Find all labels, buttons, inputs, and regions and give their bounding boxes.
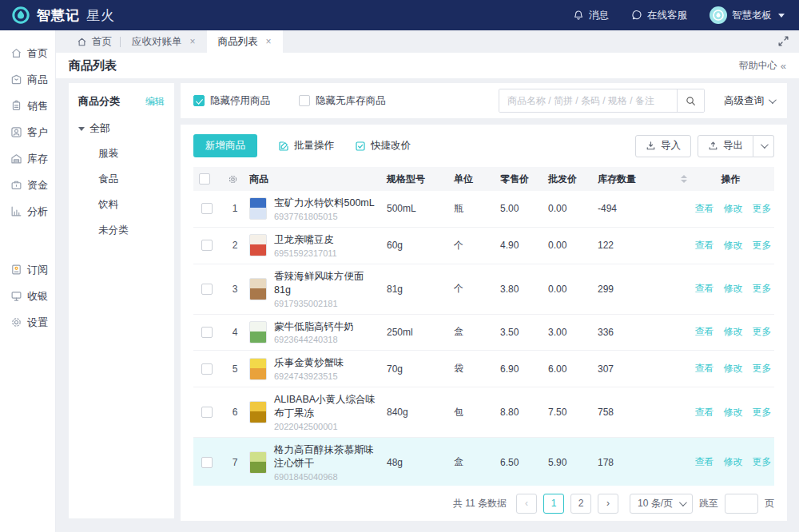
export-button[interactable]: 导出 [698,135,753,157]
category-item[interactable]: 未分类 [78,224,165,237]
page-number-button[interactable]: 2 [570,494,591,514]
next-page-button[interactable]: › [598,494,618,514]
quick-reprice-label: 快捷改价 [371,139,411,153]
chevron-down-icon [769,96,777,104]
table-row[interactable]: 1 宝矿力水特饮料500mL 6937761805015 500mL 瓶 5.0… [193,191,774,228]
category-item[interactable]: 服装 [78,147,165,161]
edit-link[interactable]: 修改 [724,455,743,469]
add-product-button[interactable]: 新增商品 [193,134,257,157]
edit-link[interactable]: 修改 [724,325,743,339]
sidebar-item-label: 收银 [27,289,48,304]
select-all-checkbox[interactable] [199,173,210,185]
sidebar-item-settings[interactable]: 设置 [0,309,55,335]
table-body: 1 宝矿力水特饮料500mL 6937761805015 500mL 瓶 5.0… [193,191,774,486]
sidebar-item-customers[interactable]: 客户 [0,119,55,145]
product-spec: 81g [387,284,454,295]
tab-home[interactable]: 首页 [69,30,120,53]
messages-button[interactable]: 消息 [573,9,609,22]
more-link[interactable]: 更多 [753,455,772,469]
export-dropdown-button[interactable] [753,135,774,157]
row-checkbox[interactable] [201,363,213,375]
product-spec: 840g [387,407,454,418]
row-checkbox[interactable] [201,284,213,295]
table-row[interactable]: 4 蒙牛低脂高钙牛奶 6923644240318 250ml 盒 3.50 3.… [193,315,774,351]
edit-link[interactable]: 修改 [724,362,743,375]
tab-bar: 首页 应收对账单 × 商品列表 × [56,30,799,53]
more-link[interactable]: 更多 [753,282,772,296]
sidebar-item-home[interactable]: 首页 [0,40,55,66]
more-link[interactable]: 更多 [753,362,772,375]
row-checkbox[interactable] [201,327,213,338]
quick-reprice-button[interactable]: 快捷改价 [355,139,411,153]
tab-receivables[interactable]: 应收对账单 × [121,30,207,53]
search-input[interactable] [499,89,677,112]
view-link[interactable]: 查看 [695,239,714,252]
product-stock: 758 [598,407,692,418]
view-link[interactable]: 查看 [695,282,714,296]
category-all[interactable]: 全部 [78,121,165,136]
table-row[interactable]: 2 卫龙亲嘴豆皮 6951592317011 60g 个 4.90 0.00 1… [193,228,774,264]
hide-nostock-checkbox[interactable]: 隐藏无库存商品 [299,94,386,108]
view-link[interactable]: 查看 [695,406,714,419]
search-button[interactable] [677,89,704,112]
table-row[interactable]: 5 乐事金黄炒蟹味 6924743923515 70g 袋 6.90 6.00 … [193,351,774,387]
category-item[interactable]: 食品 [78,173,165,186]
view-link[interactable]: 查看 [695,362,714,375]
column-settings-icon[interactable] [228,174,238,185]
tab-product-list[interactable]: 商品列表 × [207,30,283,53]
product-wholesale-price: 0.00 [548,284,598,295]
sidebar-item-subscribe[interactable]: 订阅 [0,256,55,283]
expand-icon[interactable] [777,35,789,47]
more-link[interactable]: 更多 [753,202,772,216]
product-retail-price: 3.50 [500,327,548,338]
sidebar-item-sales[interactable]: 销售 [0,93,55,119]
more-link[interactable]: 更多 [753,325,772,339]
checkbox-checked-icon [193,95,205,106]
sidebar-item-funds[interactable]: 资金 [0,172,55,198]
more-link[interactable]: 更多 [753,239,772,252]
prev-page-button[interactable]: ‹ [516,494,537,514]
advanced-search-toggle[interactable]: 高级查询 [724,94,774,108]
brand[interactable]: 智慧记 星火 [11,6,115,25]
row-index: 6 [221,407,249,418]
help-center-link[interactable]: 帮助中心 « [739,59,786,73]
sidebar-item-analysis[interactable]: 分析 [0,198,55,224]
close-icon[interactable]: × [266,36,272,47]
row-checkbox[interactable] [201,240,213,251]
row-checkbox[interactable] [201,203,213,214]
view-link[interactable]: 查看 [695,325,714,339]
category-item[interactable]: 饮料 [78,198,165,212]
sidebar-item-cashier[interactable]: 收银 [0,283,55,309]
edit-link[interactable]: 修改 [724,239,743,252]
import-button[interactable]: 导入 [635,135,691,157]
table-row[interactable]: 7 格力高百醇抹茶慕斯味注心饼干 6901845040968 48g 盒 6.5… [193,438,774,486]
sidebar-item-inventory[interactable]: 库存 [0,145,55,172]
view-link[interactable]: 查看 [695,455,714,469]
row-checkbox[interactable] [201,407,213,418]
hide-disabled-checkbox[interactable]: 隐藏停用商品 [193,94,270,108]
column-unit: 单位 [454,173,500,186]
table-row[interactable]: 6 ALIBABA小黄人综合味布丁果冻 2022042500001 840g 包… [193,387,774,438]
close-icon[interactable]: × [190,36,196,47]
more-link[interactable]: 更多 [753,406,772,419]
sort-icon[interactable] [681,175,687,183]
row-index: 3 [221,284,249,295]
online-service-button[interactable]: 在线客服 [631,9,687,22]
batch-actions-button[interactable]: 批量操作 [278,139,334,153]
page-size-select[interactable]: 10 条/页 [630,494,693,514]
page-number-button[interactable]: 1 [543,494,564,514]
user-menu[interactable]: 智慧老板 [710,6,785,24]
jump-page-input[interactable] [725,494,758,514]
product-name: 宝矿力水特饮料500mL [274,197,375,210]
row-index: 4 [221,327,249,338]
sidebar-item-goods[interactable]: 商品 [0,66,55,93]
row-checkbox[interactable] [201,457,213,468]
edit-categories-link[interactable]: 编辑 [145,95,165,109]
product-retail-price: 8.80 [500,407,548,418]
edit-link[interactable]: 修改 [724,406,743,419]
product-retail-price: 5.00 [500,203,548,214]
edit-link[interactable]: 修改 [724,282,743,296]
edit-link[interactable]: 修改 [724,202,743,216]
view-link[interactable]: 查看 [695,202,714,216]
table-row[interactable]: 3 香辣海鲜风味方便面 81g 6917935002181 81g 个 3.80… [193,264,774,315]
